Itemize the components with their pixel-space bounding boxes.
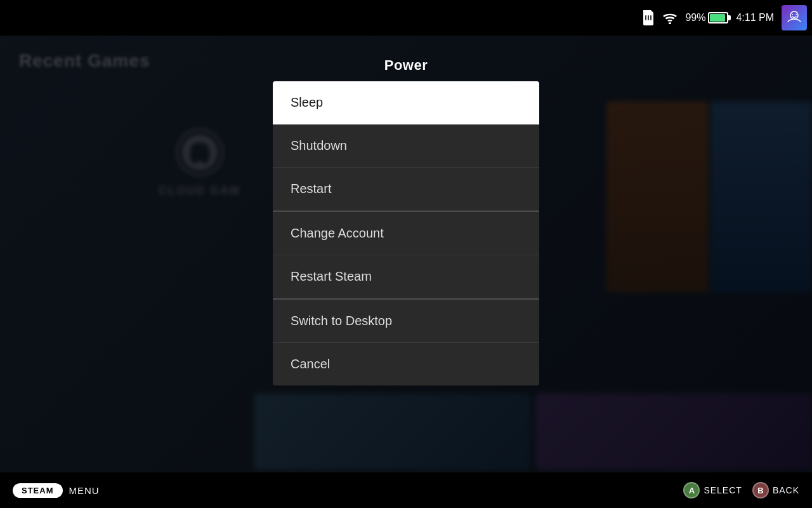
sd-card-icon xyxy=(642,10,655,25)
bottom-left: STEAM MENU xyxy=(13,483,100,498)
svg-rect-2 xyxy=(648,15,649,20)
b-button[interactable]: B xyxy=(752,482,769,498)
status-bar: 99% 4:11 PM xyxy=(0,0,812,36)
steam-button[interactable]: STEAM xyxy=(13,483,63,498)
back-label: BACK xyxy=(773,485,799,495)
svg-point-7 xyxy=(792,14,793,15)
status-bar-items: 99% 4:11 PM xyxy=(642,5,807,30)
battery-icon xyxy=(708,12,728,23)
select-label: SELECT xyxy=(704,485,742,495)
power-menu-item-restart[interactable]: Restart xyxy=(273,168,539,211)
power-menu-item-cancel[interactable]: Cancel xyxy=(273,343,539,385)
power-menu-item-sleep[interactable]: Sleep xyxy=(273,81,539,124)
battery-fill xyxy=(710,14,724,22)
bottom-bar: STEAM MENU A SELECT B BACK xyxy=(0,472,812,508)
user-avatar[interactable] xyxy=(782,5,807,30)
svg-rect-1 xyxy=(645,15,646,20)
battery-percent: 99% xyxy=(685,12,705,23)
power-dialog-title: Power xyxy=(273,57,539,74)
power-menu: SleepShutdownRestartChange AccountRestar… xyxy=(273,81,539,385)
a-button[interactable]: A xyxy=(683,482,700,498)
bottom-right: A SELECT B BACK xyxy=(683,482,799,498)
power-menu-item-shutdown[interactable]: Shutdown xyxy=(273,124,539,168)
svg-point-4 xyxy=(669,22,671,24)
power-menu-item-restart-steam[interactable]: Restart Steam xyxy=(273,255,539,298)
svg-rect-3 xyxy=(650,15,652,20)
battery-area: 99% xyxy=(685,12,728,23)
power-dialog: Power SleepShutdownRestartChange Account… xyxy=(273,57,539,385)
power-menu-item-change-account[interactable]: Change Account xyxy=(273,211,539,255)
a-button-area: A SELECT xyxy=(683,482,742,498)
svg-point-8 xyxy=(796,14,797,15)
wifi-icon xyxy=(662,11,678,24)
menu-label: MENU xyxy=(69,485,100,496)
power-menu-item-switch-desktop[interactable]: Switch to Desktop xyxy=(273,298,539,343)
b-button-area: B BACK xyxy=(752,482,799,498)
time-display: 4:11 PM xyxy=(736,12,774,23)
